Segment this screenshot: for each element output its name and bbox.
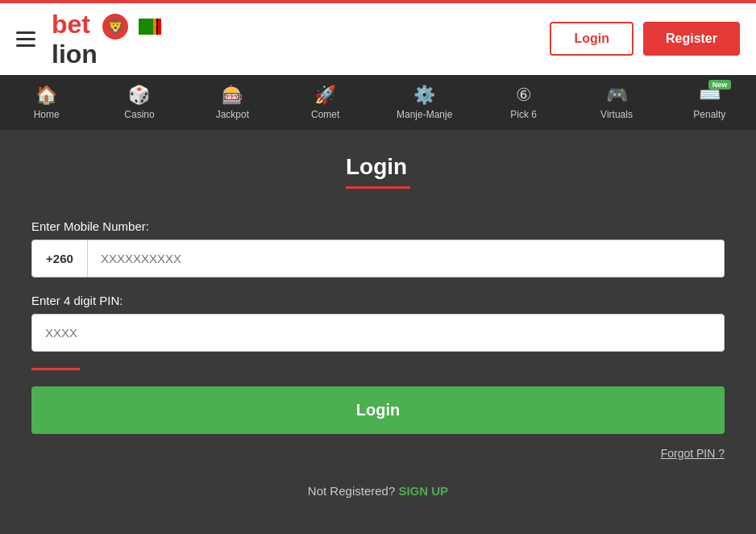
pick6-icon: ⑥ bbox=[516, 85, 532, 106]
nav-label-pick6: Pick 6 bbox=[510, 109, 537, 120]
login-form: Enter Mobile Number: +260 Enter 4 digit … bbox=[31, 219, 725, 498]
register-row: Not Registered? SIGN UP bbox=[31, 484, 725, 498]
nav-label-jackpot: Jackpot bbox=[216, 109, 249, 120]
nav-item-casino[interactable]: 🎲 Casino bbox=[111, 81, 168, 123]
mobile-label: Enter Mobile Number: bbox=[31, 219, 725, 233]
nav-item-pick6[interactable]: ⑥ Pick 6 bbox=[496, 81, 552, 123]
signup-link[interactable]: SIGN UP bbox=[398, 484, 448, 498]
nav-label-home: Home bbox=[34, 109, 60, 120]
nav-label-manje-manje: Manje-Manje bbox=[397, 109, 452, 120]
zambia-flag-icon bbox=[139, 19, 161, 35]
casino-icon: 🎲 bbox=[128, 85, 150, 106]
logo[interactable]: bet 🦁 lion bbox=[52, 11, 161, 67]
header: bet 🦁 lion Login Register bbox=[0, 0, 756, 75]
phone-input[interactable] bbox=[88, 240, 725, 277]
nav-item-jackpot[interactable]: 🎰 Jackpot bbox=[204, 81, 260, 123]
pin-label: Enter 4 digit PIN: bbox=[31, 294, 725, 307]
forgot-pin-link[interactable]: Forgot PIN ? bbox=[31, 447, 725, 460]
manje-manje-icon: ⚙️ bbox=[413, 85, 435, 106]
penalty-new-badge: New bbox=[708, 80, 732, 90]
logo-lion-text: lion bbox=[52, 40, 98, 69]
nav-label-penalty: Penalty bbox=[693, 109, 725, 120]
pin-input[interactable] bbox=[31, 314, 725, 352]
navigation: 🏠 Home 🎲 Casino 🎰 Jackpot 🚀 Comet ⚙️ Man… bbox=[0, 75, 756, 130]
header-left: bet 🦁 lion bbox=[16, 11, 161, 67]
nav-item-virtuals[interactable]: 🎮 Virtuals bbox=[588, 81, 645, 123]
page-title: Login bbox=[346, 154, 410, 189]
nav-item-manje-manje[interactable]: ⚙️ Manje-Manje bbox=[390, 81, 459, 123]
hamburger-menu[interactable] bbox=[16, 31, 35, 47]
nav-item-comet[interactable]: 🚀 Comet bbox=[297, 81, 354, 123]
register-button[interactable]: Register bbox=[643, 22, 740, 56]
login-button[interactable]: Login bbox=[550, 22, 633, 56]
svg-rect-5 bbox=[158, 19, 161, 35]
svg-text:🦁: 🦁 bbox=[106, 18, 125, 35]
main-content: Login Enter Mobile Number: +260 Enter 4 … bbox=[0, 130, 756, 533]
logo-lion-icon: 🦁 bbox=[101, 12, 130, 41]
nav-item-penalty[interactable]: New ⌨️ Penalty bbox=[681, 81, 737, 123]
home-icon: 🏠 bbox=[35, 85, 57, 106]
svg-rect-4 bbox=[156, 19, 158, 35]
not-registered-text: Not Registered? bbox=[308, 484, 395, 498]
nav-label-casino: Casino bbox=[124, 109, 154, 120]
nav-item-home[interactable]: 🏠 Home bbox=[19, 81, 75, 123]
nav-label-comet: Comet bbox=[311, 109, 339, 120]
phone-prefix: +260 bbox=[31, 240, 88, 277]
logo-bet-text: bet bbox=[52, 10, 90, 39]
virtuals-icon: 🎮 bbox=[606, 85, 628, 106]
login-submit-button[interactable]: Login bbox=[31, 386, 725, 434]
nav-label-virtuals: Virtuals bbox=[600, 109, 633, 120]
comet-icon: 🚀 bbox=[314, 85, 336, 106]
error-indicator bbox=[31, 368, 80, 370]
svg-rect-3 bbox=[153, 19, 156, 35]
phone-row: +260 bbox=[31, 240, 725, 277]
jackpot-icon: 🎰 bbox=[222, 85, 243, 106]
header-right: Login Register bbox=[550, 22, 740, 56]
